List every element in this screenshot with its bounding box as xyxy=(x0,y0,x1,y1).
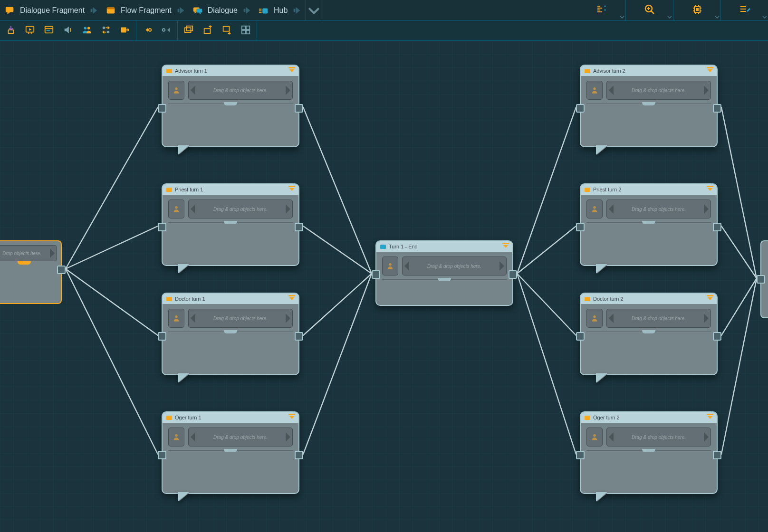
flow-canvas[interactable]: Advisor turn 1 Drag & drop objects here.… xyxy=(0,41,768,532)
node-header[interactable]: Oger turn 2 xyxy=(581,412,717,423)
slot-prev-arrow[interactable] xyxy=(609,204,614,214)
node-oger2[interactable]: Oger turn 2 Drag & drop objects here. xyxy=(580,411,718,494)
slot-next-arrow[interactable] xyxy=(704,204,709,214)
align-tool-button[interactable] xyxy=(578,0,625,20)
pin-out-button[interactable] xyxy=(159,24,173,38)
template-dialogue-button[interactable]: Dialogue xyxy=(189,2,242,19)
input-port[interactable] xyxy=(576,451,585,459)
node-header[interactable]: Oger turn 1 xyxy=(163,412,298,423)
slot-prev-arrow[interactable] xyxy=(191,204,195,214)
node-menu-icon[interactable] xyxy=(706,413,714,422)
chip-tool-button[interactable] xyxy=(673,0,720,20)
node-body[interactable] xyxy=(583,226,715,263)
output-port[interactable] xyxy=(713,451,721,459)
input-port[interactable] xyxy=(158,332,166,341)
pin-in-button[interactable] xyxy=(140,24,154,38)
node-body[interactable] xyxy=(164,226,297,263)
drop-slot[interactable]: Drag & drop objects here. xyxy=(606,81,711,100)
input-port[interactable] xyxy=(757,275,765,284)
node-menu-icon[interactable] xyxy=(288,294,296,303)
slot-next-arrow[interactable] xyxy=(286,432,290,442)
node-header[interactable]: Advisor turn 1 xyxy=(163,66,298,76)
flow-input-slot[interactable]: Drop objects here. xyxy=(0,240,62,304)
node-body[interactable] xyxy=(164,107,297,144)
node-header[interactable]: Priest turn 2 xyxy=(581,184,717,195)
zoom-tool-button[interactable] xyxy=(625,0,673,20)
output-port[interactable] xyxy=(295,332,303,341)
node-body[interactable] xyxy=(378,283,510,303)
speaker-portrait[interactable] xyxy=(586,200,603,218)
output-port[interactable] xyxy=(713,104,721,113)
template-hub-button[interactable]: Hub xyxy=(255,2,292,19)
drop-slot[interactable]: Drag & drop objects here. xyxy=(188,200,293,218)
input-port[interactable] xyxy=(158,223,166,231)
output-port[interactable] xyxy=(713,332,721,341)
slot-next-arrow[interactable] xyxy=(704,86,709,95)
drop-slot[interactable]: Drag & drop objects here. xyxy=(606,428,711,446)
node-body[interactable] xyxy=(583,454,715,491)
speaker-portrait[interactable] xyxy=(382,256,398,276)
node-menu-icon[interactable] xyxy=(706,66,714,75)
output-port[interactable] xyxy=(295,104,303,113)
template-hub-dropdown[interactable] xyxy=(291,2,303,19)
node-priest1[interactable]: Priest turn 1 Drag & drop objects here. xyxy=(162,183,299,266)
input-port[interactable] xyxy=(158,451,166,459)
node-menu-icon[interactable] xyxy=(288,185,296,194)
node-header[interactable]: Priest turn 1 xyxy=(163,184,298,195)
slot-prev-arrow[interactable] xyxy=(191,432,195,442)
node-body[interactable] xyxy=(164,454,297,491)
drop-slot[interactable]: Drag & drop objects here. xyxy=(606,309,711,328)
output-port[interactable] xyxy=(509,270,517,279)
speaker-portrait[interactable] xyxy=(586,81,603,100)
input-port[interactable] xyxy=(158,104,166,113)
speaker-portrait[interactable] xyxy=(586,428,603,446)
slot-prev-arrow[interactable] xyxy=(609,86,614,95)
flow-output-slot[interactable] xyxy=(760,240,768,318)
node-advisor1[interactable]: Advisor turn 1 Drag & drop objects here. xyxy=(162,65,299,147)
node-priest2[interactable]: Priest turn 2 Drag & drop objects here. xyxy=(580,183,718,266)
slot-next-arrow[interactable] xyxy=(499,261,504,271)
node-body[interactable] xyxy=(164,335,297,372)
node-menu-icon[interactable] xyxy=(288,413,296,422)
import-button[interactable] xyxy=(4,24,18,38)
node-header[interactable]: Doctor turn 2 xyxy=(581,294,717,304)
node-advisor2[interactable]: Advisor turn 2 Drag & drop objects here. xyxy=(580,65,718,147)
template-flow-fragment-dropdown[interactable] xyxy=(175,2,187,19)
node-menu-icon[interactable] xyxy=(706,294,714,303)
slot-prev-arrow[interactable] xyxy=(191,314,195,323)
slot-next-arrow[interactable] xyxy=(50,248,55,258)
template-dialogue-dropdown[interactable] xyxy=(241,2,253,19)
node-body[interactable] xyxy=(583,107,715,144)
slot-prev-arrow[interactable] xyxy=(609,314,614,323)
audio-button[interactable] xyxy=(61,24,75,38)
node-menu-icon[interactable] xyxy=(706,185,714,194)
stack-down-button[interactable] xyxy=(220,24,234,38)
slot-next-arrow[interactable] xyxy=(704,314,709,323)
slot-next-arrow[interactable] xyxy=(286,204,290,214)
input-port[interactable] xyxy=(576,104,585,113)
edit-list-tool-button[interactable] xyxy=(720,0,768,20)
drop-slot[interactable]: Drag & drop objects here. xyxy=(188,309,293,328)
drop-slot[interactable]: Drag & drop objects here. xyxy=(188,428,293,446)
slot-next-arrow[interactable] xyxy=(286,314,290,323)
output-port[interactable] xyxy=(713,223,721,231)
node-menu-icon[interactable] xyxy=(288,66,296,75)
output-port[interactable] xyxy=(57,266,66,274)
template-dialogue-fragment-button[interactable]: Dialogue Fragment xyxy=(1,2,89,19)
drop-slot[interactable]: Drop objects here. xyxy=(0,245,57,261)
input-port[interactable] xyxy=(372,270,380,279)
users-button[interactable] xyxy=(80,24,94,38)
slot-prev-arrow[interactable] xyxy=(609,432,614,442)
slot-prev-arrow[interactable] xyxy=(191,86,195,95)
template-overflow-dropdown[interactable] xyxy=(306,0,322,20)
template-dialogue-fragment-dropdown[interactable] xyxy=(88,2,100,19)
node-turn1end[interactable]: Turn 1 - End Drag & drop objects here. xyxy=(375,240,513,306)
stack-button[interactable] xyxy=(182,24,196,38)
slot-prev-arrow[interactable] xyxy=(404,261,409,271)
stack-grid-button[interactable] xyxy=(239,24,253,38)
speaker-portrait[interactable] xyxy=(168,81,184,100)
node-oger1[interactable]: Oger turn 1 Drag & drop objects here. xyxy=(162,411,299,494)
input-port[interactable] xyxy=(576,332,585,341)
output-port[interactable] xyxy=(295,451,303,459)
drop-slot[interactable]: Drag & drop objects here. xyxy=(402,256,507,276)
